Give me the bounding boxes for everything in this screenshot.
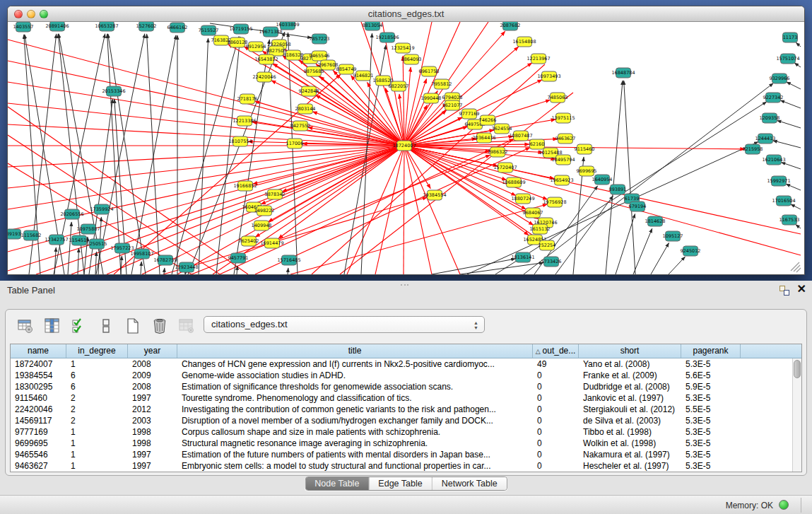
cell-outde[interactable]: 0 — [533, 438, 579, 449]
network-node[interactable]: 12213386 — [233, 116, 256, 126]
network-node[interactable]: 10719155 — [229, 24, 252, 34]
cell-year[interactable]: 1997 — [128, 392, 177, 404]
cell-title[interactable]: Genome-wide association studies in ADHD. — [177, 370, 533, 381]
cell-short[interactable]: Nakamura et al. (1997) — [579, 449, 681, 460]
cell-outde[interactable]: 0 — [533, 392, 579, 404]
network-node[interactable]: 1409948 — [252, 221, 272, 230]
network-node[interactable]: 17359924 — [90, 204, 113, 214]
cell-pagerank[interactable]: 5.3E-5 — [681, 426, 741, 438]
cell-short[interactable]: Tibbo et al. (1998) — [579, 426, 681, 438]
citation-edge-black[interactable] — [495, 102, 767, 274]
network-node[interactable]: 18495794 — [551, 155, 575, 165]
network-node[interactable]: 1167533 — [779, 215, 800, 225]
citation-edge-red[interactable] — [8, 103, 404, 146]
tab-edge-table[interactable]: Edge Table — [369, 477, 432, 490]
memory-ok-green-dot[interactable] — [779, 500, 789, 510]
network-node[interactable]: 252254 — [539, 240, 556, 250]
cell-title[interactable]: Estimation of significance thresholds fo… — [177, 381, 533, 392]
network-node[interactable]: 17016504 — [772, 196, 795, 206]
cell-short[interactable]: Jankovic et al. (1997) — [579, 392, 681, 404]
network-node[interactable]: 19166852 — [233, 181, 257, 191]
cell-title[interactable]: Changes of HCN gene expression and I(f) … — [177, 358, 533, 370]
cell-pagerank[interactable]: 5.9E-5 — [681, 381, 741, 392]
table-row[interactable]: 946362711997Embryonic stem cells: a mode… — [11, 460, 801, 472]
show-column-icon[interactable] — [42, 317, 61, 336]
network-node[interactable]: 1733426 — [541, 257, 562, 267]
network-node[interactable]: 9777169 — [459, 109, 480, 119]
network-node[interactable]: 7986322 — [488, 147, 508, 157]
cell-outde[interactable]: 0 — [533, 415, 579, 426]
cell-name[interactable]: 9463627 — [11, 460, 66, 472]
network-node[interactable]: 5878342 — [265, 189, 286, 199]
network-node[interactable]: 10653287 — [95, 22, 118, 31]
citation-edge-red[interactable] — [404, 31, 505, 146]
network-node[interactable]: 6822057 — [389, 81, 409, 91]
citation-edge-black[interactable] — [669, 257, 685, 274]
cell-pagerank[interactable]: 5.3E-5 — [681, 438, 741, 449]
citation-edge-black[interactable] — [781, 163, 801, 169]
cell-indegree[interactable]: 6 — [66, 381, 128, 392]
network-node[interactable]: 9463627 — [555, 134, 576, 144]
citation-edge-black[interactable] — [633, 228, 652, 274]
cell-pagerank[interactable]: 5.5E-5 — [681, 404, 741, 415]
cell-name[interactable]: 9465546 — [11, 449, 66, 460]
citation-edge-black[interactable] — [786, 184, 801, 190]
column-header-indegree[interactable]: in_degree — [66, 344, 128, 358]
network-node[interactable]: 19671388 — [259, 27, 282, 37]
citation-edge-black[interactable] — [777, 120, 801, 128]
citation-edge-red[interactable] — [316, 95, 404, 146]
cell-indegree[interactable]: 1 — [66, 449, 128, 460]
network-canvas[interactable]: 1872400771638228860128891295423226058982… — [8, 22, 804, 274]
cell-short[interactable]: Stergiakouli et al. (2012) — [579, 404, 681, 415]
network-node[interactable]: 8860128 — [228, 37, 248, 47]
cell-title[interactable]: Investigating the contribution of common… — [177, 404, 533, 415]
network-node[interactable]: 20206556 — [60, 209, 83, 219]
network-node[interactable]: 11173 — [783, 33, 798, 42]
citation-edge-black[interactable] — [78, 248, 79, 274]
cell-year[interactable]: 2008 — [128, 358, 177, 370]
citation-edge-red[interactable] — [8, 146, 404, 252]
table-row[interactable]: 1872400712008Changes of HCN gene express… — [11, 358, 801, 370]
network-node[interactable]: 2803144 — [295, 104, 316, 114]
citation-edge-black[interactable] — [68, 222, 71, 274]
table-row[interactable]: 1456911722003Disruption of a novel membe… — [11, 415, 801, 426]
cell-indegree[interactable]: 1 — [66, 438, 128, 449]
cell-indegree[interactable]: 1 — [66, 358, 128, 370]
tab-network-table[interactable]: Network Table — [433, 477, 507, 490]
network-node[interactable]: 12342757 — [45, 235, 68, 245]
cell-year[interactable]: 2009 — [128, 370, 177, 381]
network-node[interactable]: 7515527 — [199, 25, 219, 35]
citation-edge-black[interactable] — [121, 256, 122, 274]
network-node[interactable]: 1095127 — [663, 231, 683, 241]
cell-year[interactable]: 2008 — [128, 381, 177, 392]
cell-name[interactable]: 9777169 — [11, 426, 66, 438]
network-node[interactable]: 9875685 — [304, 66, 324, 76]
network-node[interactable]: 117006 — [286, 139, 304, 148]
cell-name[interactable]: 18724007 — [11, 358, 66, 370]
cell-pagerank[interactable]: 5.6E-5 — [681, 370, 741, 381]
delete-table-icon[interactable] — [150, 317, 169, 336]
network-node[interactable]: 8215958 — [743, 144, 763, 154]
cell-indegree[interactable]: 1 — [66, 426, 128, 438]
citation-edge-black[interactable] — [107, 34, 121, 274]
network-node[interactable]: 9329966 — [770, 74, 790, 83]
network-node[interactable]: 9684067 — [523, 208, 543, 218]
cell-title[interactable]: Embryonic stem cells: a model to study s… — [177, 460, 533, 472]
network-node[interactable]: 1864093 — [401, 54, 422, 64]
citation-edge-red[interactable] — [255, 148, 530, 274]
citation-edge-black[interactable] — [108, 34, 146, 274]
cell-outde[interactable]: 0 — [533, 449, 579, 460]
network-node[interactable]: 1115682 — [21, 230, 42, 240]
cell-indegree[interactable]: 1 — [66, 460, 128, 472]
network-node[interactable]: 39193 — [8, 229, 21, 239]
network-node[interactable]: 9245012 — [681, 246, 701, 256]
network-node[interactable]: 9457791 — [228, 253, 249, 263]
citation-edge-black[interactable] — [147, 34, 160, 274]
tab-node-table[interactable]: Node Table — [305, 477, 369, 490]
table-vertical-scrollbar[interactable] — [792, 358, 801, 472]
cell-short[interactable]: Yano et al. (2008) — [579, 358, 681, 370]
network-node[interactable]: 2718176 — [237, 94, 258, 104]
network-node[interactable]: 19756928 — [543, 197, 566, 207]
table-select-dropdown[interactable]: citations_edges.txt ▲▼ — [204, 316, 485, 333]
cell-short[interactable]: Wolkin et al. (1998) — [579, 438, 681, 449]
